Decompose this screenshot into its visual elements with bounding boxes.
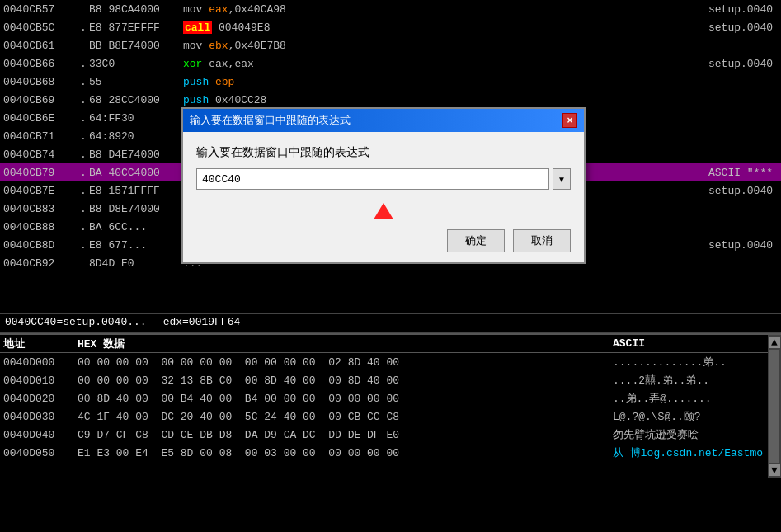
dialog-body: 输入要在数据窗口中跟随的表达式 ▼ 确定 取消 — [183, 132, 584, 262]
up-arrow-icon — [374, 203, 393, 219]
hex-row[interactable]: 0040D050 E1 E3 00 E4 E5 8D 00 08 00 03 0… — [0, 444, 781, 462]
scrollbar-down[interactable]: ▼ — [769, 464, 780, 476]
scrollbar-track — [769, 350, 779, 463]
info-bar: 0040CC40=setup.0040... edx=0019FF64 — [0, 313, 781, 332]
hex-row[interactable]: 0040D010 00 00 00 00 32 13 8B C0 00 8D 4… — [0, 371, 781, 389]
hex-col-ascii: ASCII — [613, 337, 778, 350]
row-address: 0040CB57 — [3, 3, 78, 16]
hex-scrollbar[interactable]: ▲ ▼ — [768, 335, 781, 478]
disasm-row[interactable]: 0040CB57 B8 98CA4000 mov eax,0x40CA98 se… — [0, 0, 781, 18]
hex-header: 地址 HEX 数据 ASCII — [0, 335, 781, 353]
ok-button[interactable]: 确定 — [447, 229, 505, 252]
dialog-buttons: 确定 取消 — [196, 229, 571, 252]
disasm-row[interactable]: 0040CB61 BB B8E74000 mov ebx,0x40E7B8 — [0, 36, 781, 54]
scrollbar-up[interactable]: ▲ — [769, 337, 780, 348]
hex-row[interactable]: 0040D020 00 8D 40 00 00 B4 40 00 B4 00 0… — [0, 389, 781, 407]
disasm-row[interactable]: 0040CB5C . E8 877EFFFF call 004049E8 set… — [0, 18, 781, 36]
info-label-1: 0040CC40=setup.0040... — [5, 316, 147, 330]
input-dropdown-button[interactable]: ▼ — [553, 168, 571, 190]
arrow-indicator — [196, 203, 571, 219]
disasm-row[interactable]: 0040CB69 . 68 28CC4000 push 0x40CC28 — [0, 91, 781, 109]
hex-row[interactable]: 0040D030 4C 1F 40 00 DC 20 40 00 5C 24 4… — [0, 407, 781, 426]
expression-dialog: 输入要在数据窗口中跟随的表达式 × 输入要在数据窗口中跟随的表达式 ▼ 确定 取… — [181, 107, 586, 264]
dialog-title: 输入要在数据窗口中跟随的表达式 — [190, 113, 351, 128]
hex-panel: 地址 HEX 数据 ASCII 0040D000 00 00 00 00 00 … — [0, 333, 781, 478]
hex-row[interactable]: 0040D040 C9 D7 CF C8 CD CE DB D8 DA D9 C… — [0, 426, 781, 444]
hex-col-addr: 地址 — [3, 337, 78, 351]
dialog-label: 输入要在数据窗口中跟随的表达式 — [196, 145, 571, 160]
dialog-input-row: ▼ — [196, 168, 571, 190]
info-label-2: edx=0019FF64 — [163, 316, 241, 330]
dialog-titlebar: 输入要在数据窗口中跟随的表达式 × — [183, 109, 584, 132]
hex-col-hex: HEX 数据 — [78, 337, 613, 351]
disasm-row[interactable]: 0040CB66 . 33C0 xor eax,eax setup.0040 — [0, 54, 781, 73]
dialog-close-button[interactable]: × — [562, 113, 577, 128]
expression-input[interactable] — [196, 168, 549, 190]
cancel-button[interactable]: 取消 — [513, 229, 571, 252]
hex-row[interactable]: 0040D000 00 00 00 00 00 00 00 00 00 00 0… — [0, 353, 781, 371]
disasm-row[interactable]: 0040CB68 . 55 push ebp — [0, 73, 781, 91]
